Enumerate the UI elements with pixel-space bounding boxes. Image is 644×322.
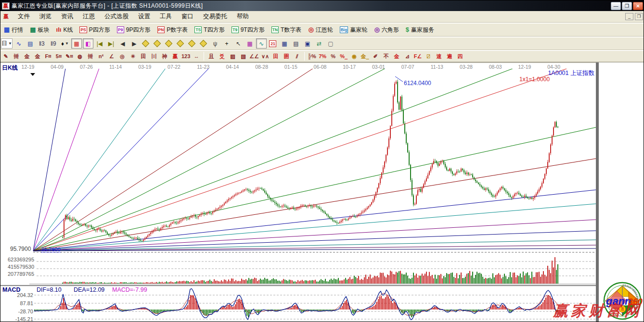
menu-settings[interactable]: 设置 (134, 12, 155, 22)
spiral-tool[interactable]: ✳ (128, 52, 138, 61)
menu-trade[interactable]: 交易委托 (199, 12, 232, 22)
menu-formula-pick[interactable]: 公式选股 (100, 12, 133, 22)
last-page-button[interactable]: ▶| (106, 38, 116, 49)
red-grid2-tool[interactable]: 囲 (282, 52, 291, 61)
close-button[interactable]: ✕ (633, 2, 643, 10)
winner-wheel-button[interactable]: Big赢家轮 (336, 25, 371, 35)
restore-button[interactable]: ❐ (622, 2, 632, 10)
fan-angle-tool[interactable]: ∠ (107, 52, 116, 61)
wave-fit-tool[interactable]: 不 (381, 52, 391, 61)
span-arrow-tool[interactable]: ↔ (192, 52, 201, 61)
n2-tool[interactable]: n² (96, 52, 106, 61)
f10-info-button[interactable]: ▤ (25, 38, 36, 49)
speed-line-tool[interactable]: 速 (434, 52, 444, 61)
seven-percent-tool[interactable]: 7% (318, 52, 327, 61)
angle-j-tool[interactable]: ⊿ (402, 52, 412, 61)
next-button[interactable]: ▶ (129, 38, 140, 49)
child-minimize-button[interactable]: _ (625, 13, 633, 20)
menu-help[interactable]: 帮助 (232, 12, 253, 22)
gold-red-tool[interactable]: 金 (392, 52, 401, 61)
angle-f-tool[interactable]: F∠ (413, 52, 423, 61)
child-restore-button[interactable]: ❐ (635, 13, 643, 20)
kline-button[interactable]: ılıK线 (53, 25, 77, 35)
target-tool[interactable]: ◎ (117, 52, 127, 61)
sectors-button[interactable]: ▩板块 (26, 25, 52, 35)
percent-lines-tool[interactable]: %‗ (339, 52, 348, 61)
kline-chart[interactable] (0, 62, 597, 322)
gann-grid-tool[interactable]: 卌 (12, 52, 21, 61)
nine-line-button[interactable]: ‖9 (48, 38, 59, 49)
pointer-zoom-button[interactable]: ↖ (233, 38, 244, 49)
red-fan-tool[interactable]: 爻 (217, 52, 227, 61)
circle-measure-tool[interactable]: ◍ (75, 52, 85, 61)
p9-square-button[interactable]: P99P四方形 (114, 25, 154, 35)
t9-square-button[interactable]: T99T四方形 (228, 25, 268, 35)
gold-circle-tool[interactable]: ◉ (349, 52, 359, 61)
angle-gold-tool[interactable]: ⍁ (424, 52, 433, 61)
network-button[interactable]: ⇄ (314, 38, 324, 49)
p-square-button[interactable]: PSP四方形 (76, 25, 113, 35)
t-square-button[interactable]: TST四方形 (191, 25, 228, 35)
f-grid-tool[interactable]: F⌗ (43, 52, 53, 61)
gann-wheel-button[interactable]: ◎江恩轮 (305, 25, 336, 35)
menu-news[interactable]: 资讯 (57, 12, 77, 22)
crosshair-button[interactable]: + (221, 38, 232, 49)
menu-window[interactable]: 窗口 (177, 12, 198, 22)
color-flag-button[interactable]: ◧ (83, 38, 93, 49)
menu-file[interactable]: 文件 (13, 12, 34, 22)
hand-drag-button[interactable]: ψ (210, 38, 220, 49)
period-day-combo[interactable]: 日▼ (1, 38, 13, 49)
gold-grid2-tool[interactable]: 金 (33, 52, 42, 61)
scroll-left-diamond-button[interactable] (141, 38, 151, 49)
ruler-tool[interactable]: 〣 (149, 52, 159, 61)
red-grid-tool[interactable]: 田 (271, 52, 281, 61)
quotes-button[interactable]: ▦行情 (0, 25, 26, 35)
candle-style-combo[interactable]: ♦▼ (60, 38, 70, 49)
menu-browse[interactable]: 浏览 (35, 12, 56, 22)
percent-tool[interactable]: % (328, 52, 338, 61)
compress-diamond-button[interactable] (175, 38, 186, 49)
pen-tool[interactable]: ✎ (1, 52, 11, 61)
angle-lines-tool[interactable]: ∠∠ (249, 52, 259, 61)
cover-line-tool[interactable]: 遍 (445, 52, 454, 61)
number-grid-tool[interactable]: 123 (181, 52, 191, 61)
t-number-table-button[interactable]: TNT数字表 (268, 25, 305, 35)
calendar-21-button[interactable]: 21 (268, 38, 278, 49)
minimize-button[interactable]: — (611, 2, 621, 10)
first-page-button[interactable]: |◀ (94, 38, 105, 49)
menu-tools[interactable]: 工具 (155, 12, 176, 22)
hatch-tool[interactable]: ⫽ (292, 52, 302, 61)
gold-grid-tool[interactable]: 金 (22, 52, 32, 61)
pen-grid-tool[interactable]: ✎⌗ (64, 52, 74, 61)
workstation-button[interactable]: ▢ (325, 38, 336, 49)
p-number-table-button[interactable]: PNP数字表 (154, 25, 192, 35)
brush-tool[interactable]: ✐ (371, 52, 380, 61)
zoom-all-diamond-button[interactable] (198, 38, 209, 49)
expand-h-diamond-button[interactable] (164, 38, 174, 49)
box-fan-tool[interactable]: ▨ (228, 52, 237, 61)
five-grid-tool[interactable]: 5⌗ (54, 52, 64, 61)
shen-grid-tool[interactable]: 神 (160, 52, 169, 61)
red-pattern-button[interactable]: ▦ (71, 38, 82, 49)
zoom-out-diamond-button[interactable] (187, 38, 197, 49)
purple-grid-button[interactable]: ▦ (245, 38, 255, 49)
ying-grid-tool[interactable]: 赢 (170, 52, 180, 61)
winner-service-button[interactable]: $赢家服务 (402, 25, 438, 35)
calculator-button[interactable]: ▦ (279, 38, 290, 49)
box-tool[interactable]: 且 (206, 52, 216, 61)
square-grid-tool[interactable]: 田 (139, 52, 148, 61)
percent-bars-tool[interactable]: ╠% (307, 52, 317, 61)
zigzag-tool[interactable]: ∨∧ (260, 52, 270, 61)
gold-bars-tool[interactable]: 金‗ (360, 52, 370, 61)
three-line-button[interactable]: ‖3 (37, 38, 47, 49)
scroll-right-diamond-button[interactable] (152, 38, 163, 49)
hexagon-button[interactable]: ◎六角形 (371, 25, 402, 35)
comb-tool[interactable]: 卌 (86, 52, 95, 61)
trend-chart-button[interactable]: ∿ (13, 38, 24, 49)
box-fan2-tool[interactable]: ▧ (238, 52, 248, 61)
prev-button[interactable]: ◀ (117, 38, 128, 49)
notepad-button[interactable]: ▤ (291, 38, 301, 49)
teal-wave-button[interactable]: ∿ (256, 38, 267, 49)
four-line-tool[interactable]: 四 (455, 52, 465, 61)
save-button[interactable]: ▣ (302, 38, 313, 49)
